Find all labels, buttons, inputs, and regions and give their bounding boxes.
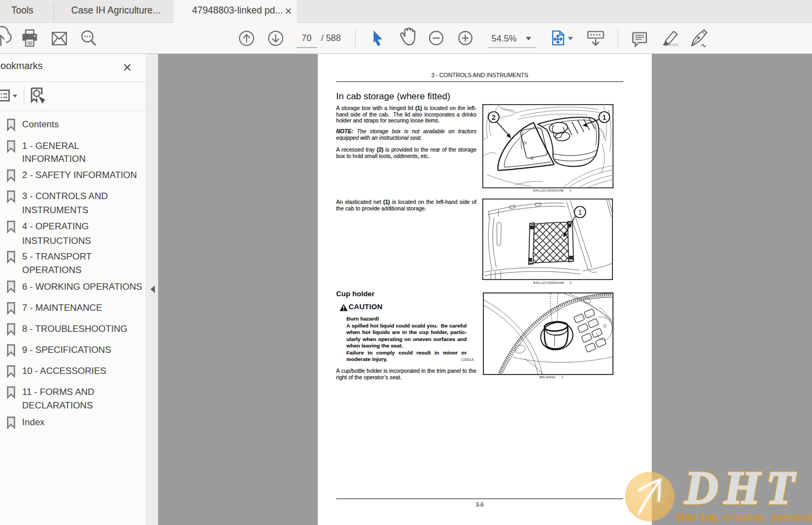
svg-text:DHT: DHT xyxy=(684,462,801,514)
svg-text:2: 2 xyxy=(492,113,495,121)
svg-text:1: 1 xyxy=(578,208,582,216)
svg-text:1: 1 xyxy=(602,113,606,121)
